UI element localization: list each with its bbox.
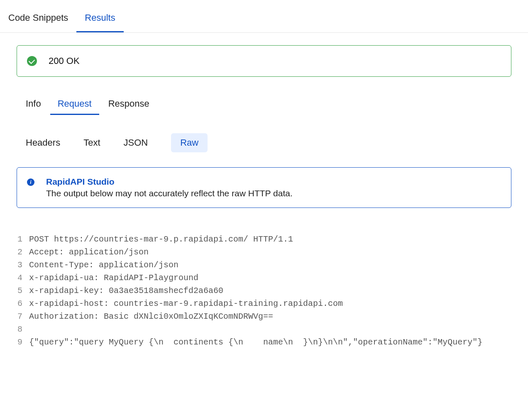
tab-response[interactable]: Response [108, 95, 149, 114]
line-number: 4 [17, 271, 29, 284]
code-text: x-rapidapi-ua: RapidAPI-Playground [29, 271, 511, 284]
success-check-icon [27, 56, 37, 66]
line-number: 9 [17, 336, 29, 349]
tab-request[interactable]: Request [58, 95, 92, 114]
code-text [29, 323, 511, 336]
code-text: x-rapidapi-key: 0a3ae3518amshecfd2a6a60 [29, 284, 511, 297]
tab-results[interactable]: Results [85, 8, 115, 32]
line-number: 8 [17, 323, 29, 336]
info-text: The output below may not accurately refl… [46, 188, 293, 198]
result-sub-tabs: Info Request Response [17, 95, 511, 114]
line-number: 7 [17, 310, 29, 323]
format-headers[interactable]: Headers [26, 134, 60, 151]
info-banner: i RapidAPI Studio The output below may n… [17, 167, 511, 208]
code-line: 7 Authorization: Basic dXNlci0xOmloZXIqK… [17, 310, 511, 323]
format-text[interactable]: Text [83, 134, 100, 151]
raw-code-block: 1 POST https://countries-mar-9.p.rapidap… [17, 233, 511, 349]
code-line: 2 Accept: application/json [17, 246, 511, 259]
code-text: Content-Type: application/json [29, 259, 511, 271]
code-line: 3 Content-Type: application/json [17, 259, 511, 271]
status-box: 200 OK [17, 45, 511, 77]
status-text: 200 OK [49, 56, 80, 66]
format-raw[interactable]: Raw [171, 133, 208, 152]
code-text: x-rapidapi-host: countries-mar-9.rapidap… [29, 297, 511, 310]
tab-info[interactable]: Info [26, 95, 41, 114]
line-number: 6 [17, 297, 29, 310]
tab-code-snippets[interactable]: Code Snippets [8, 8, 68, 32]
code-text: POST https://countries-mar-9.p.rapidapi.… [29, 233, 511, 246]
code-line: 9 {"query":"query MyQuery {\n continents… [17, 336, 511, 349]
code-line: 4 x-rapidapi-ua: RapidAPI-Playground [17, 271, 511, 284]
code-text: Authorization: Basic dXNlci0xOmloZXIqKCo… [29, 310, 511, 323]
line-number: 2 [17, 246, 29, 259]
format-json[interactable]: JSON [124, 134, 148, 151]
code-line: 1 POST https://countries-mar-9.p.rapidap… [17, 233, 511, 246]
info-title: RapidAPI Studio [46, 177, 293, 187]
line-number: 1 [17, 233, 29, 246]
top-tabs: Code Snippets Results [0, 0, 528, 33]
code-line: 8 [17, 323, 511, 336]
line-number: 5 [17, 284, 29, 297]
code-text: {"query":"query MyQuery {\n continents {… [29, 336, 511, 349]
info-icon: i [27, 178, 34, 186]
code-line: 5 x-rapidapi-key: 0a3ae3518amshecfd2a6a6… [17, 284, 511, 297]
info-content: RapidAPI Studio The output below may not… [46, 177, 293, 198]
results-panel: 200 OK Info Request Response Headers Tex… [0, 33, 528, 357]
format-tabs: Headers Text JSON Raw [17, 133, 511, 152]
code-text: Accept: application/json [29, 246, 511, 259]
line-number: 3 [17, 259, 29, 271]
code-line: 6 x-rapidapi-host: countries-mar-9.rapid… [17, 297, 511, 310]
